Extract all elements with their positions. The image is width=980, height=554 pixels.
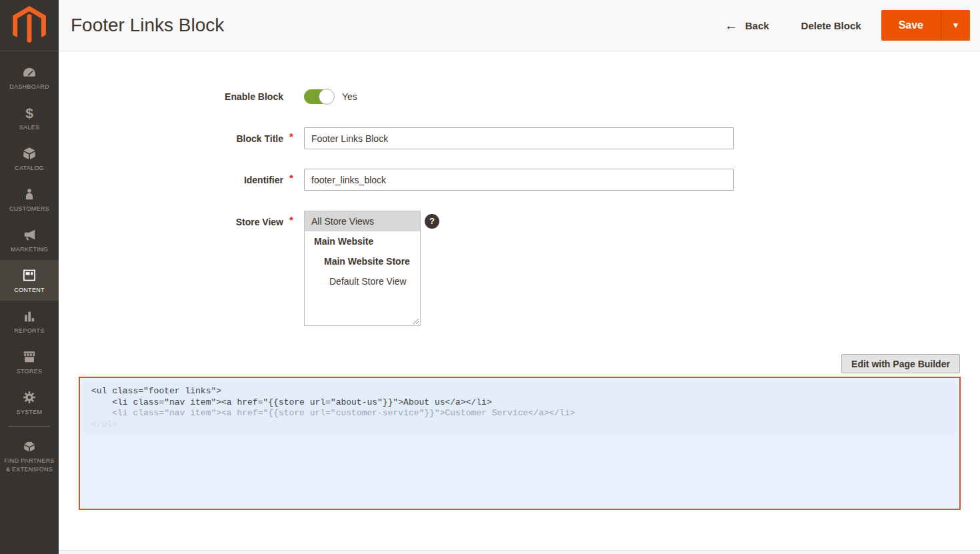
sidebar-item-label: CONTENT [14, 286, 45, 294]
sidebar-item-label: CUSTOMERS [9, 205, 49, 213]
sidebar-item-label: SALES [19, 123, 40, 131]
magento-logo[interactable] [0, 0, 59, 51]
sidebar-item-content[interactable]: CONTENT [0, 260, 59, 301]
person-icon [23, 185, 36, 201]
sidebar-item-reports[interactable]: REPORTS [0, 301, 59, 341]
sidebar-item-label: DASHBOARD [9, 83, 49, 91]
enable-block-toggle[interactable] [304, 89, 334, 104]
sidebar-item-label: MARKETING [11, 245, 48, 253]
code-line: </ul> [91, 419, 948, 431]
store-view-option[interactable]: Default Store View [305, 271, 420, 291]
header-actions: ← Back Delete Block Save ▼ [725, 10, 970, 41]
sidebar-item-dashboard[interactable]: DASHBOARD [0, 57, 59, 97]
delete-block-button[interactable]: Delete Block [801, 20, 861, 31]
admin-sidebar: DASHBOARD $ SALES CATALOG [0, 0, 59, 554]
dollar-icon: $ [25, 104, 33, 120]
code-block: <ul class="footer links"> <li class="nav… [83, 381, 956, 434]
resize-handle-icon[interactable] [413, 318, 419, 325]
code-line: <li class="nav item"><a href="{{store ur… [91, 397, 948, 409]
code-line: <li class="nav item"><a href="{{store ur… [91, 408, 948, 419]
store-view-option[interactable]: Main Website Store [305, 251, 420, 271]
enable-block-label: Enable Block [59, 90, 283, 103]
identifier-label: Identifier [59, 173, 283, 187]
required-asterisk: * [289, 131, 293, 142]
sidebar-item-system[interactable]: SYSTEM [0, 382, 59, 423]
page-title: Footer Links Block [71, 15, 224, 36]
required-asterisk: * [289, 172, 293, 183]
save-button[interactable]: Save [881, 10, 941, 41]
megaphone-icon [22, 226, 37, 242]
code-line: <ul class="footer links"> [91, 386, 948, 397]
sidebar-item-customers[interactable]: CUSTOMERS [0, 179, 59, 219]
store-view-option[interactable]: All Store Views [305, 211, 420, 231]
storefront-icon [22, 348, 37, 364]
block-title-input[interactable] [304, 127, 734, 149]
help-icon[interactable]: ? [425, 214, 439, 229]
store-view-multiselect[interactable]: All Store Views Main Website Main Websit… [304, 211, 421, 326]
sidebar-divider [9, 426, 50, 427]
layout-icon [22, 267, 37, 283]
chevron-down-icon: ▼ [952, 21, 960, 30]
content-code-editor[interactable]: <ul class="footer links"> <li class="nav… [79, 377, 961, 510]
sidebar-item-label: FIND PARTNERS & EXTENSIONS [3, 457, 56, 473]
next-section-strip [59, 550, 980, 554]
block-title-label: Block Title [59, 132, 283, 145]
gauge-icon [22, 63, 37, 79]
bar-chart-icon [22, 307, 37, 323]
main-content: Enable Block Yes Block Title * Identifie… [59, 52, 980, 554]
brick-icon [22, 437, 37, 453]
sidebar-item-find-partners[interactable]: FIND PARTNERS & EXTENSIONS [0, 431, 59, 480]
sidebar-item-label: STORES [17, 367, 43, 375]
magento-logo-icon [12, 6, 47, 45]
edit-with-page-builder-button[interactable]: Edit with Page Builder [841, 354, 960, 373]
sidebar-item-sales[interactable]: $ SALES [0, 97, 59, 138]
back-button-label: Back [745, 20, 769, 31]
sidebar-item-marketing[interactable]: MARKETING [0, 219, 59, 260]
store-view-label: Store View [59, 215, 283, 229]
save-split-button: Save ▼ [881, 10, 970, 41]
toggle-knob [319, 89, 335, 105]
sidebar-item-label: CATALOG [15, 164, 44, 172]
gear-icon [22, 389, 37, 405]
required-asterisk: * [289, 214, 293, 225]
box-icon [22, 145, 37, 161]
sidebar-item-label: SYSTEM [17, 408, 43, 416]
save-options-toggle[interactable]: ▼ [941, 10, 970, 41]
sidebar-menu: DASHBOARD $ SALES CATALOG [0, 51, 59, 480]
page-header: Footer Links Block ← Back Delete Block S… [59, 0, 980, 51]
enable-block-value: Yes [342, 89, 357, 104]
back-arrow-icon: ← [725, 19, 738, 32]
identifier-input[interactable] [304, 169, 734, 191]
sidebar-item-label: REPORTS [14, 327, 44, 335]
back-button[interactable]: ← Back [725, 19, 769, 32]
sidebar-item-stores[interactable]: STORES [0, 341, 59, 382]
store-view-option[interactable]: Main Website [305, 231, 420, 251]
sidebar-item-catalog[interactable]: CATALOG [0, 138, 59, 179]
